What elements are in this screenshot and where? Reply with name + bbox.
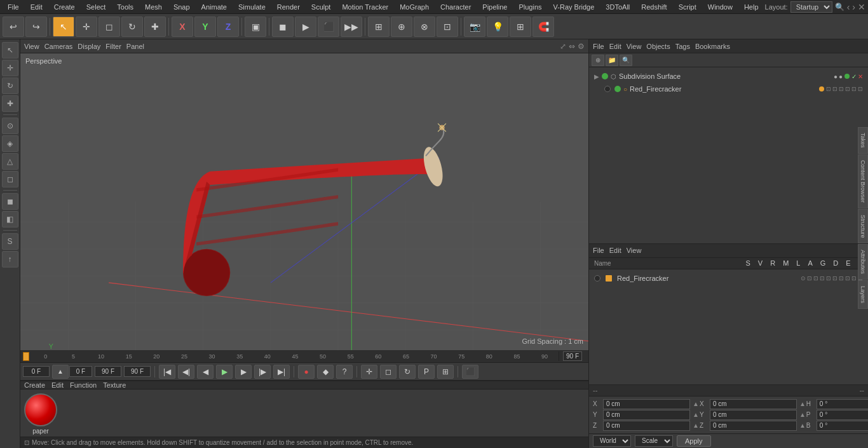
vp-menu-filter[interactable]: Filter [105,43,121,50]
prev-key-btn[interactable]: ◀| [178,365,194,379]
attr-icon-1[interactable]: ⊙ [801,275,806,282]
attr-icon-9[interactable]: ⊡ [851,275,857,282]
obj-menu-file[interactable]: File [593,43,604,50]
menu-select[interactable]: Select [81,2,111,12]
next-frame-btn[interactable]: ▶ [235,365,252,379]
mat-menu-texture[interactable]: Texture [103,381,126,389]
world-dropdown[interactable]: World [593,435,631,447]
obj-col-icon-2[interactable]: ⊡ [832,86,837,92]
coord-arrow-z2[interactable]: ▲ [799,422,806,429]
coord-input-z-pos[interactable] [603,421,690,431]
play-btn[interactable]: ▶ [216,365,233,379]
menu-edit[interactable]: Edit [25,2,48,12]
vp-menu-cameras[interactable]: Cameras [44,43,73,50]
tool-loop[interactable]: ◻ [2,171,18,187]
tool-poly[interactable]: ◈ [2,135,18,152]
keyframe-btn[interactable]: ◆ [317,365,334,379]
motion-record-btn[interactable]: ⬛ [462,365,478,379]
axis-x-button[interactable]: X [172,17,193,37]
3d-viewport[interactable]: X Y Z [20,53,588,350]
snap-button[interactable]: 🧲 [532,17,554,37]
attr-menu-view[interactable]: View [627,247,642,254]
mat-menu-function[interactable]: Function [70,381,97,389]
nav-back-icon[interactable]: ‹ [847,2,850,12]
camera-button[interactable]: 📷 [464,17,485,37]
coord-input-b[interactable] [817,421,868,431]
start-frame-input[interactable] [69,366,92,377]
menu-help[interactable]: Help [739,2,764,12]
tool-paint[interactable]: S [2,233,18,250]
scale-tool-button[interactable]: ◻ [98,17,120,37]
close-icon[interactable]: ✕ [858,2,865,12]
menu-character[interactable]: Character [435,2,476,12]
menu-vray[interactable]: V-Ray Bridge [548,2,600,12]
layout-dropdown[interactable]: Startup [790,1,832,13]
side-tab-content-browser[interactable]: Content Browser [858,154,868,208]
rotate-tool-button[interactable]: ↻ [121,17,143,37]
mirror-button[interactable]: ⊡ [437,17,458,37]
coord-input-y-size[interactable] [710,410,797,420]
obj-menu-tags[interactable]: Tags [675,43,690,50]
vp-icon-settings[interactable]: ⚙ [578,42,585,51]
vp-menu-display[interactable]: Display [78,43,100,50]
undo-button[interactable]: ↩ [3,17,24,37]
mat-menu-edit[interactable]: Edit [51,381,64,389]
obj-menu-view[interactable]: View [627,43,642,50]
end-frame-value[interactable]: 90 F [563,351,582,361]
coord-input-x-pos[interactable] [603,399,690,409]
tool-scale[interactable]: ✚ [2,95,18,112]
coord-arrow-x2[interactable]: ▲ [799,400,806,407]
menu-redshift[interactable]: Redshift [636,2,672,12]
obj-col-icon-4[interactable]: ⊡ [845,86,850,92]
obj-col-icon-3[interactable]: ⊡ [839,86,844,92]
coord-input-z-size[interactable] [710,421,797,431]
obj-icon-new[interactable]: ⊕ [592,55,604,66]
material-item[interactable]: paper [24,393,57,435]
tool-knife[interactable]: △ [2,153,18,170]
obj-row-subdivision[interactable]: ▶ ⬡ Subdivision Surface ● ● ✓ ✕ [592,70,865,83]
attr-icon-6[interactable]: ⊡ [832,275,837,282]
attr-icon-8[interactable]: ⊡ [845,275,850,282]
axis-y-button[interactable]: Y [194,17,216,37]
menu-simulate[interactable]: Simulate [233,2,271,12]
grid-icon-btn[interactable]: ⊞ [437,365,454,379]
render-button[interactable]: ⬛ [318,17,339,37]
coord-input-y-pos[interactable] [603,410,690,420]
tool-move[interactable]: ✛ [2,60,18,76]
move-tool-button[interactable]: ✛ [76,17,97,37]
cube-tool-button[interactable]: ▣ [245,17,266,37]
rotate-coord-button[interactable]: ⊕ [391,17,412,37]
obj-menu-bookmarks[interactable]: Bookmarks [695,43,730,50]
rotate-icon-btn[interactable]: ↻ [399,365,416,379]
current-frame-field[interactable] [23,366,50,377]
apply-button[interactable]: Apply [677,435,711,447]
redo-button[interactable]: ↪ [25,17,47,37]
go-end-btn[interactable]: ▶| [273,365,290,379]
attr-icon-2[interactable]: ⊡ [807,275,812,282]
menu-plugins[interactable]: Plugins [513,2,546,12]
light-button[interactable]: 💡 [487,17,508,37]
mat-menu-create[interactable]: Create [24,381,45,389]
obj-dot-yellow-1[interactable] [819,86,824,92]
obj-menu-objects[interactable]: Objects [646,43,670,50]
obj-col-icon-5[interactable]: ⊡ [851,86,857,92]
nav-fwd-icon[interactable]: › [852,2,855,12]
coord-arrow-x[interactable]: ▲ [693,400,699,407]
coord-arrow-y2[interactable]: ▲ [799,411,806,418]
menu-file[interactable]: File [3,2,24,12]
render-region-button[interactable]: ◼ [272,17,294,37]
prev-frame-btn[interactable]: ◀ [197,365,214,379]
menu-3dtoall[interactable]: 3DToAll [600,2,635,12]
vp-icon-expand[interactable]: ⤢ [560,42,566,51]
coord-arrow-y[interactable]: ▲ [693,411,699,418]
menu-render[interactable]: Render [272,2,305,12]
tool-select[interactable]: ↖ [2,42,18,58]
menu-create[interactable]: Create [49,2,80,12]
tool-rotate[interactable]: ↻ [2,78,18,94]
tool-bevel[interactable]: ◧ [2,211,18,227]
vp-menu-panel[interactable]: Panel [126,43,144,50]
scale-coord-button[interactable]: ⊗ [414,17,435,37]
attr-row-firecracker[interactable]: Red_Firecracker ⊙ ⊡ ⊡ ⊡ ⊡ ⊡ ⊡ ⊡ ⊡ ⊡ [592,272,865,285]
obj-vis-dot[interactable]: ● [834,73,837,80]
coord-input-x-size[interactable] [710,399,797,409]
